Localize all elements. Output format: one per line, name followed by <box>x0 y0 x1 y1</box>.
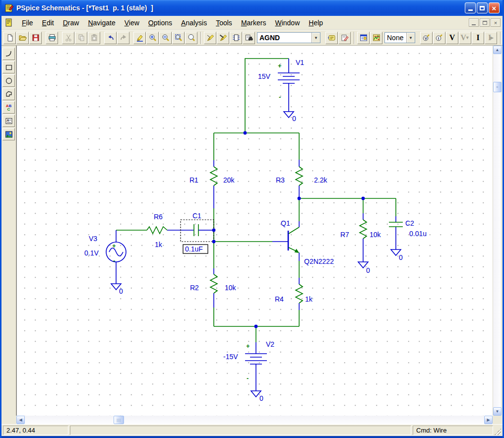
place-text-button[interactable]: ABC <box>2 101 15 114</box>
draw-bus-tool-button[interactable] <box>217 32 229 44</box>
zoom-in-button[interactable] <box>146 32 159 44</box>
v1-ground-label[interactable]: 0 <box>292 115 296 123</box>
wires[interactable] <box>116 59 396 342</box>
edit-attributes-button[interactable] <box>325 32 338 44</box>
r2-ref[interactable]: R2 <box>190 284 199 292</box>
draw-wire-button[interactable] <box>133 32 146 44</box>
enable-bias-voltage-button[interactable]: V <box>446 32 458 44</box>
r4-ref[interactable]: R4 <box>275 295 284 303</box>
mdi-minimize-button[interactable] <box>469 18 479 27</box>
scroll-up-button[interactable]: ▲ <box>493 46 502 54</box>
scroll-left-button[interactable]: ◀ <box>16 416 25 424</box>
c2-ref[interactable]: C2 <box>405 219 414 227</box>
component-r6[interactable]: R6 1k <box>147 213 194 249</box>
menu-analysis[interactable]: Analysis <box>177 17 211 28</box>
undo-button[interactable] <box>104 32 117 44</box>
menu-file[interactable]: File <box>17 17 38 28</box>
r1-ref[interactable]: R1 <box>189 176 198 184</box>
scroll-down-button[interactable]: ▼ <box>493 407 502 416</box>
maximize-button[interactable] <box>477 2 488 13</box>
menu-markers[interactable]: Markers <box>237 17 271 28</box>
new-button[interactable] <box>3 32 16 44</box>
scroll-right-button[interactable]: ▶ <box>484 416 493 424</box>
q1-ref[interactable]: Q1 <box>281 219 290 227</box>
zoom-out-button[interactable] <box>159 32 172 44</box>
component-r2[interactable]: R2 10k <box>190 268 237 308</box>
setup-analysis-button[interactable] <box>357 32 370 44</box>
draw-wire-tool-button[interactable] <box>204 32 216 44</box>
r7-value[interactable]: 10k <box>370 231 381 239</box>
mdi-close-button[interactable]: × <box>491 18 501 27</box>
part-combo-dropdown-icon[interactable]: ▼ <box>312 33 320 43</box>
draw-polyline-button[interactable] <box>2 88 15 100</box>
draw-circle-button[interactable] <box>2 74 15 87</box>
v3-value[interactable]: 0.1V <box>84 249 99 257</box>
v2-value[interactable]: -15V <box>223 353 238 361</box>
enable-bias-current-button[interactable]: I <box>472 32 484 44</box>
component-v3[interactable]: + - V3 0.1V 0 <box>84 230 126 295</box>
marker-combo-dropdown-icon[interactable]: ▼ <box>406 33 415 43</box>
component-c2[interactable]: C2 0.01u 0 <box>389 216 427 261</box>
document-icon[interactable] <box>4 18 13 27</box>
component-r4[interactable]: R4 1k <box>275 278 313 310</box>
component-r3[interactable]: R3 2.2k <box>276 160 327 198</box>
save-button[interactable] <box>29 32 42 44</box>
zoom-fit-page-button[interactable] <box>185 32 197 44</box>
marker-display-combo[interactable]: None ▼ <box>384 32 415 43</box>
zoom-area-button[interactable] <box>172 32 185 44</box>
simulate-button[interactable] <box>370 32 382 44</box>
r4-value[interactable]: 1k <box>305 295 313 303</box>
minimize-button[interactable] <box>465 2 476 13</box>
part-name-combo[interactable]: AGND ▼ <box>257 32 320 43</box>
r2-value[interactable]: 10k <box>225 284 237 292</box>
close-button[interactable]: × <box>489 2 500 13</box>
menu-options[interactable]: Options <box>144 17 177 28</box>
svg-text:+[interactable]: + <box>112 242 116 250</box>
draw-arc-button[interactable] <box>2 48 15 60</box>
c1-value[interactable]: 0.1uF <box>185 245 203 253</box>
r6-ref[interactable]: R6 <box>154 213 163 221</box>
component-c1[interactable]: C1 0.1uF <box>181 212 214 253</box>
insert-picture-button[interactable] <box>2 128 15 140</box>
c2-value[interactable]: 0.01u <box>409 230 427 238</box>
svg-text:-[interactable]: - <box>247 375 249 382</box>
svg-text:+[interactable]: + <box>278 62 282 69</box>
vertical-scroll-thumb[interactable]: ≡ <box>493 82 502 92</box>
open-button[interactable] <box>16 32 29 44</box>
component-r7[interactable]: R7 10k 0 <box>340 213 381 274</box>
menu-draw[interactable]: Draw <box>59 17 84 28</box>
r7-ref[interactable]: R7 <box>340 231 349 239</box>
r7-ground-label[interactable]: 0 <box>366 266 370 274</box>
component-r1[interactable]: R1 20k <box>189 160 235 208</box>
r3-ref[interactable]: R3 <box>276 176 285 184</box>
v1-value[interactable]: 15V <box>258 72 271 80</box>
horizontal-scrollbar[interactable]: ◀ ||| ▶ <box>16 416 493 424</box>
place-text-box-button[interactable]: A <box>2 115 15 127</box>
menu-navigate[interactable]: Navigate <box>83 17 120 28</box>
menu-edit[interactable]: Edit <box>38 17 59 28</box>
print-button[interactable] <box>46 32 58 44</box>
component-v1[interactable]: + - V1 15V 0 <box>258 59 304 123</box>
c1-ref[interactable]: C1 <box>192 212 201 220</box>
draw-block-button[interactable] <box>230 32 242 44</box>
draw-box-button[interactable] <box>2 61 15 73</box>
mdi-restore-button[interactable] <box>480 18 490 27</box>
svg-text:-[interactable]: - <box>279 93 281 101</box>
v3-ref[interactable]: V3 <box>89 235 97 243</box>
v3-ground-label[interactable]: 0 <box>119 287 123 295</box>
vertical-scrollbar[interactable]: ▲ ≡ ▼ <box>493 46 501 416</box>
r1-value[interactable]: 20k <box>223 176 235 184</box>
resize-grip[interactable] <box>495 429 501 435</box>
c2-ground-label[interactable]: 0 <box>399 253 403 261</box>
menu-tools[interactable]: Tools <box>211 17 237 28</box>
current-level-marker-button[interactable]: I <box>433 32 445 44</box>
get-new-part-button[interactable] <box>243 32 255 44</box>
voltage-level-marker-button[interactable]: V <box>420 32 433 44</box>
schematic-canvas[interactable]: + - V1 15V 0 + - V2 -15V 0 <box>16 46 494 416</box>
component-q1[interactable]: Q1 Q2N2222 <box>272 219 334 265</box>
menu-view[interactable]: View <box>120 17 144 28</box>
v1-ref[interactable]: V1 <box>296 59 304 66</box>
menu-help[interactable]: Help <box>304 17 327 28</box>
r3-value[interactable]: 2.2k <box>314 176 327 184</box>
edit-symbol-button[interactable] <box>338 32 351 44</box>
